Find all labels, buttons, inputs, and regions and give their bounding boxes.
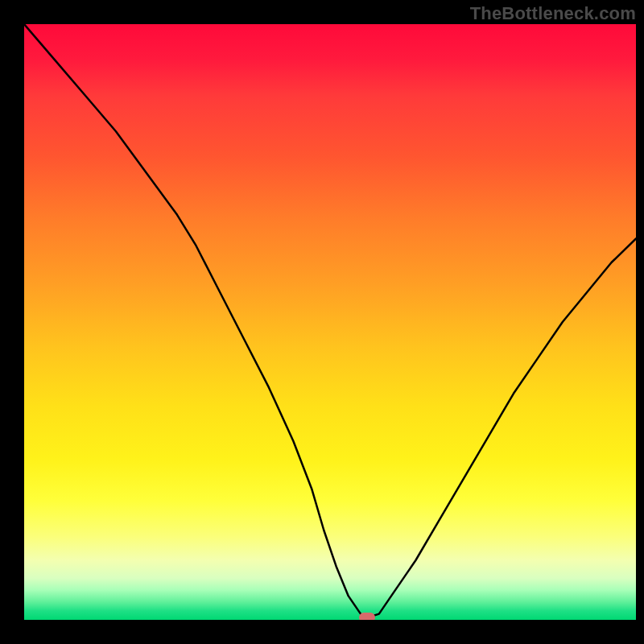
bottleneck-curve: [24, 24, 636, 620]
chart-container: TheBottleneck.com: [0, 0, 644, 644]
plot-area: [24, 24, 636, 620]
watermark-text: TheBottleneck.com: [470, 3, 636, 24]
curve-min-marker: [359, 613, 375, 620]
